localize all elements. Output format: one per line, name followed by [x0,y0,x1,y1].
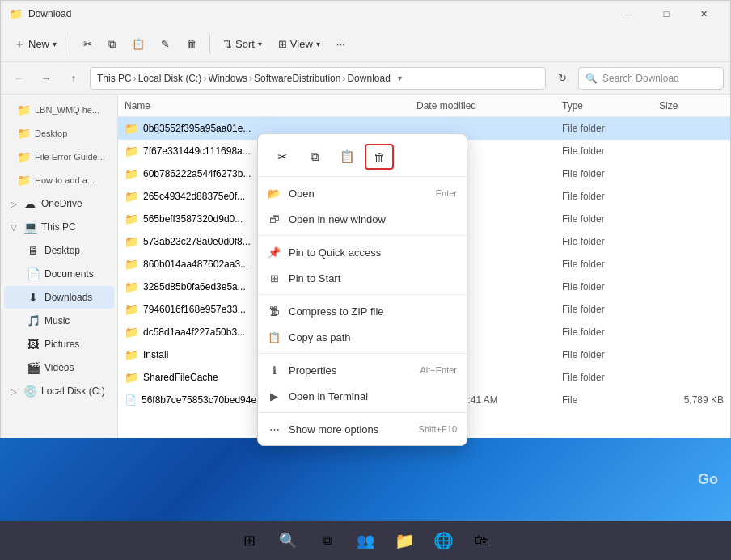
context-menu-icon-row: ✂ ⧉ 📋 🗑 [258,137,467,177]
desktop-icon: 🖥 [27,244,40,257]
close-button[interactable]: ✕ [685,1,722,27]
ctx-properties-shortcut: Alt+Enter [420,365,457,375]
sidebar-item-downloads[interactable]: ⬇ 17 items Downloads [4,286,114,309]
sidebar-item-pictures[interactable]: 🖼 Pictures [4,333,114,356]
folder-icon-4: 📁 [17,174,30,187]
pin-icon: 📌 [268,246,281,259]
window-controls: — □ ✕ [611,1,722,27]
ctx-more-options-item[interactable]: ⋯ Show more options Shift+F10 [258,416,467,442]
new-button[interactable]: ＋ New ▾ [7,32,63,57]
start-button[interactable]: ⊞ [231,524,267,557]
ctx-pin-quick-label: Pin to Quick access [289,246,381,259]
ctx-terminal-item[interactable]: ▶ Open in Terminal [258,383,467,409]
ctx-properties-item[interactable]: ℹ Properties Alt+Enter [258,357,467,383]
edge-button[interactable]: 🌐 [425,524,461,557]
copy-button[interactable]: ⧉ [102,32,122,57]
ctx-copy-button[interactable]: ⧉ [300,144,329,170]
sidebar-item-desktop[interactable]: 🖥 Desktop [4,239,114,262]
delete-button[interactable]: 🗑 [180,32,203,57]
up-button[interactable]: ↑ [62,67,85,90]
ctx-pin-quick-item[interactable]: 📌 Pin to Quick access [258,239,467,265]
paste-button[interactable]: 📋 [125,32,151,57]
sidebar-item-onedrive[interactable]: ▷ ☁ OneDrive [4,192,114,215]
desktop-label: Desktop [44,245,80,256]
folder-icon: 📁 [125,213,138,225]
ctx-open-item[interactable]: 📂 Open Enter [258,180,467,206]
ctx-cut-button[interactable]: ✂ [268,144,297,170]
sidebar-item-quick-top-2[interactable]: 📁 Desktop [4,122,114,145]
task-view-button[interactable]: ⧉ [309,524,344,557]
this-pc-expand: ▽ [11,223,17,232]
sidebar-item-music[interactable]: 🎵 Music [4,309,114,332]
onedrive-label: OneDrive [41,198,82,209]
sidebar-item-quick-top-3[interactable]: 📁 File Error Guide... [4,145,114,168]
ctx-open-new-window-item[interactable]: 🗗 Open in new window [258,206,467,232]
file-list-header: Name Date modified Type Size [118,95,730,117]
refresh-button[interactable]: ↻ [551,67,573,90]
back-button[interactable]: ← [7,67,30,90]
new-label: New [28,38,49,50]
sidebar-item-quick-top-4[interactable]: 📁 How to add a... [4,169,114,192]
file-name-text: 860b014aa487602aa3... [143,259,248,270]
ctx-copy-icon: ⧉ [311,149,319,164]
cut-icon: ✂ [83,38,92,50]
rename-button[interactable]: ✎ [154,32,176,57]
file-type: File folder [562,123,659,134]
copy-icon: ⧉ [108,38,116,51]
folder-icon: 📁 [125,280,138,293]
ctx-copy-path-item[interactable]: 📋 Copy as path [258,324,467,350]
file-name-text: Install [143,349,168,360]
search-box[interactable]: 🔍 Search Download [578,67,724,90]
sort-chevron: ▾ [258,40,262,48]
sidebar-item-documents[interactable]: 📄 Documents [4,263,114,285]
address-path[interactable]: This PC › Local Disk (C:) › Windows › So… [90,67,546,90]
file-type: File folder [562,349,659,360]
file-type: File folder [562,304,659,315]
explorer-button[interactable]: 📁 [387,524,422,557]
sidebar-item-quick-top-1[interactable]: 📁 LBN_WMQ he... [4,99,114,121]
new-chevron: ▾ [53,40,57,48]
file-size: 5,789 KB [659,394,724,406]
sidebar-item-this-pc[interactable]: ▽ 💻 This PC [4,216,114,238]
folder-icon: 📁 [125,122,138,135]
cut-button[interactable]: ✂ [77,32,99,57]
taskbar-search-button[interactable]: 🔍 [270,524,306,557]
ctx-delete-button[interactable]: 🗑 [365,144,394,170]
rename-icon: ✎ [161,38,170,50]
more-button[interactable]: ··· [330,32,352,57]
ctx-open-shortcut: Enter [436,188,457,198]
file-name-text: 573ab23c278a0e0d0f8... [143,236,251,247]
ctx-more-options-label: Show more options [289,423,378,436]
view-button[interactable]: ⊞ View ▾ [272,32,327,57]
sidebar-item-videos[interactable]: 🎬 Videos [4,356,114,379]
this-pc-label: This PC [41,221,76,233]
ctx-pin-start-item[interactable]: ⊞ Pin to Start [258,265,467,291]
edge-icon: 🌐 [433,531,454,550]
local-disk-expand: ▷ [11,387,17,396]
ctx-terminal-label: Open in Terminal [289,390,368,402]
path-local-disk: Local Disk (C:) [138,73,202,84]
ctx-compress-item[interactable]: 🗜 Compress to ZIP file [258,298,467,324]
teams-button[interactable]: 👥 [348,524,383,557]
file-type: File folder [562,281,659,293]
store-button[interactable]: 🛍 [464,524,500,557]
toolbar-separator-2 [209,35,210,54]
sort-button[interactable]: ⇅ Sort ▾ [217,32,268,57]
file-name-text: 0b83552f395a95aa01e... [143,123,251,134]
pin-start-icon: ⊞ [268,272,281,284]
ctx-cut-icon: ✂ [277,149,288,164]
taskbar: ⊞ 🔍 ⧉ 👥 📁 🌐 🛍 [0,521,731,560]
minimize-button[interactable]: — [611,1,648,27]
maximize-button[interactable]: □ [648,1,685,27]
pictures-label: Pictures [44,339,79,350]
address-dropdown-icon[interactable]: ▾ [394,72,407,85]
ctx-more-options-shortcut: Shift+F10 [419,424,457,434]
sidebar-item-local-disk[interactable]: ▷ 💿 Local Disk (C:) [4,380,114,402]
sidebar: 📁 LBN_WMQ he... 📁 Desktop 📁 File Error G… [1,95,118,457]
path-software-dist: SoftwareDistribution [254,73,340,84]
address-bar: ← → ↑ This PC › Local Disk (C:) › Window… [1,62,730,95]
file-type: File folder [562,145,659,157]
terminal-icon: ▶ [268,389,281,402]
ctx-paste-button[interactable]: 📋 [332,144,361,170]
forward-button[interactable]: → [35,67,57,90]
